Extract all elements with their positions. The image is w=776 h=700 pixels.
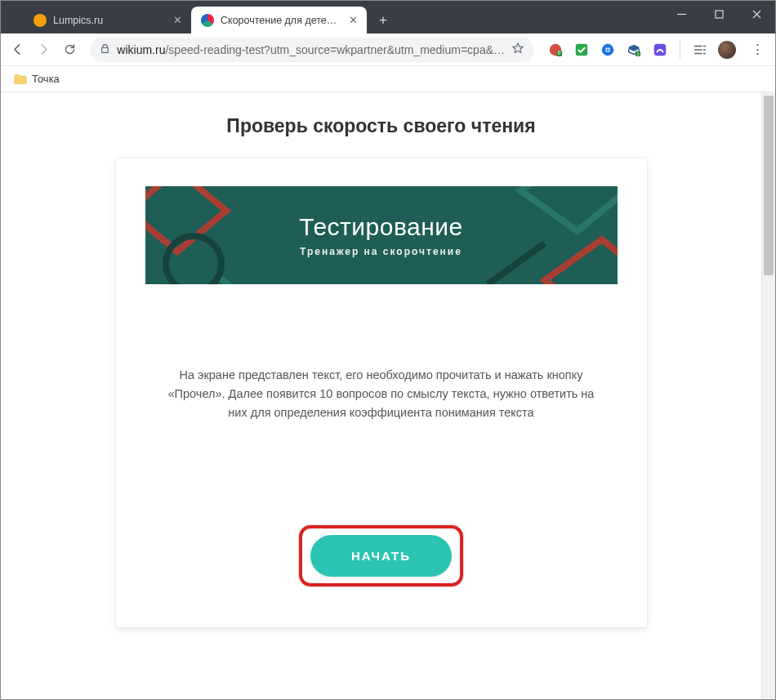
url-path: /speed-reading-test?utm_source=wkpartner… [165,43,505,56]
url-text: wikium.ru/speed-reading-test?utm_source=… [117,43,505,56]
close-icon[interactable]: ✕ [347,15,359,26]
lock-icon [100,43,110,56]
reading-list-icon[interactable] [692,42,708,58]
divider [680,41,680,59]
window-controls [662,1,775,33]
scrollbar[interactable] [761,92,775,700]
page-viewport: Проверь скорость своего чтения [1,92,775,700]
bookmark-star-icon[interactable] [511,42,524,57]
extension-icon-5[interactable] [652,42,668,58]
bookmark-tochka[interactable]: Точка [9,69,65,88]
bookmark-label: Точка [32,73,60,85]
favicon-wikium [201,14,214,27]
banner: Тестирование Тренажер на скорочтение [145,186,618,284]
window-titlebar: Lumpics.ru ✕ Скорочтение для детей и взр… [1,1,775,33]
scrollbar-thumb[interactable] [764,96,774,275]
menu-button[interactable]: ⋮ [746,38,769,61]
back-button[interactable] [7,38,29,62]
plus-icon: + [379,12,387,29]
page-title: Проверь скорость своего чтения [1,115,761,137]
tab-label: Lumpics.ru [53,15,167,26]
start-button[interactable]: НАЧАТЬ [310,535,452,577]
tab-label: Скорочтение для детей и взрос [221,15,342,26]
favicon-lumpics [33,14,47,27]
close-icon[interactable]: ✕ [172,15,183,26]
forward-button[interactable] [33,38,55,62]
browser-toolbar: wikium.ru/speed-reading-test?utm_source=… [1,33,775,66]
svg-text:1: 1 [636,51,639,56]
tab-wikium[interactable]: Скорочтение для детей и взрос ✕ [191,7,367,33]
new-tab-button[interactable]: + [372,9,395,32]
profile-avatar[interactable] [718,41,736,59]
window-close[interactable] [738,1,775,27]
tab-strip: Lumpics.ru ✕ Скорочтение для детей и взр… [24,1,395,33]
cta-wrap: НАЧАТЬ [145,525,618,586]
content-card: Тестирование Тренажер на скорочтение На … [116,158,647,627]
reload-button[interactable] [60,38,81,62]
extension-icon-1[interactable]: 6 [547,42,564,58]
bookmarks-bar: Точка [1,66,775,92]
address-bar[interactable]: wikium.ru/speed-reading-test?utm_source=… [90,38,534,62]
svg-rect-0 [716,11,723,18]
window-minimize[interactable] [662,1,700,27]
extension-icon-4[interactable]: 1 [626,42,642,58]
tab-lumpics[interactable]: Lumpics.ru ✕ [24,7,191,33]
extension-icon-3[interactable] [600,42,616,58]
extension-icon-2[interactable] [573,42,590,58]
banner-subtitle: Тренажер на скорочтение [300,246,462,257]
window-maximize[interactable] [700,1,738,27]
url-host: wikium.ru [117,43,165,56]
extensions-row: 6 1 ⋮ [547,38,769,61]
instructions-text: На экране представлен текст, его необход… [145,366,618,423]
svg-text:6: 6 [558,50,561,56]
page-content: Проверь скорость своего чтения [1,92,761,700]
banner-title: Тестирование [299,213,463,241]
cta-highlight: НАЧАТЬ [299,525,463,586]
folder-icon [14,74,27,85]
